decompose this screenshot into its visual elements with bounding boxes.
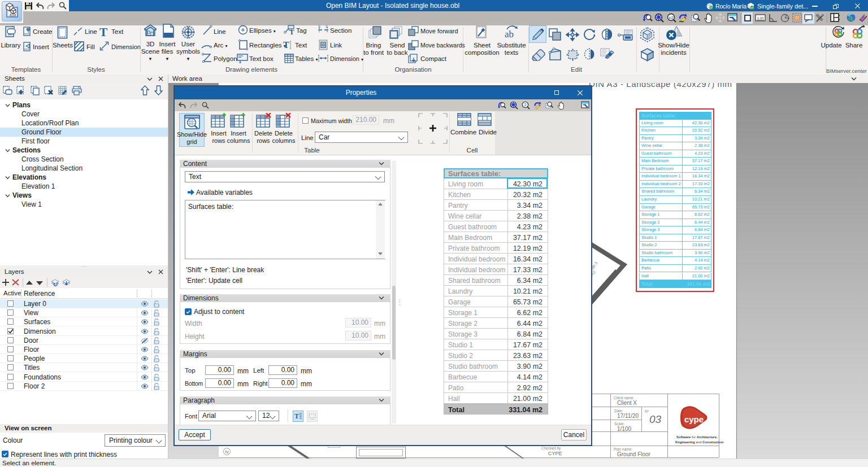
svg-text:cype: cype (684, 414, 704, 424)
svg-text:T: T (294, 412, 299, 420)
svg-text:1.03: 1.03 (757, 16, 764, 20)
svg-text:S: S (326, 25, 328, 28)
svg-text:ab: ab (505, 29, 514, 40)
svg-text:T: T (283, 40, 289, 50)
svg-text:2: 2 (524, 103, 527, 107)
svg-text:S: S (318, 25, 320, 28)
svg-text:±2: ±2 (669, 15, 674, 20)
svg-text:T: T (289, 28, 294, 36)
